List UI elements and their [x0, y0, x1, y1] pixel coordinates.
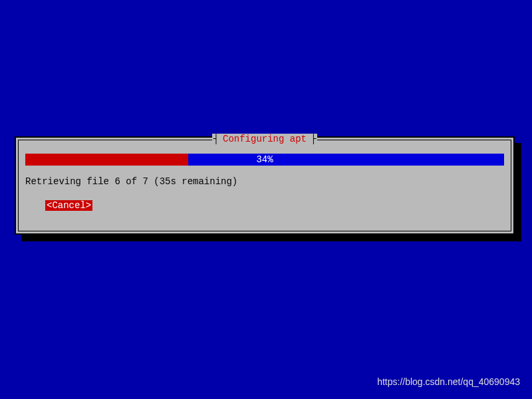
watermark-text: https://blog.csdn.net/qq_40690943: [377, 376, 520, 387]
configuring-apt-dialog: ┤Configuring apt├ 34% Retrieving file 6 …: [15, 136, 515, 235]
dialog-title: Configuring apt: [220, 134, 309, 144]
progress-percent-label: 34%: [25, 154, 504, 166]
cancel-button[interactable]: <Cancel>: [45, 200, 92, 211]
dialog-title-container: ┤Configuring apt├: [19, 134, 511, 144]
status-text: Retrieving file 6 of 7 (35s remaining): [25, 176, 237, 187]
dialog-inner-border: ┤Configuring apt├ 34% Retrieving file 6 …: [18, 140, 511, 231]
progress-bar: 34%: [25, 154, 504, 166]
title-bracket-right: ├: [309, 134, 317, 144]
title-bracket-left: ┤: [212, 134, 220, 144]
